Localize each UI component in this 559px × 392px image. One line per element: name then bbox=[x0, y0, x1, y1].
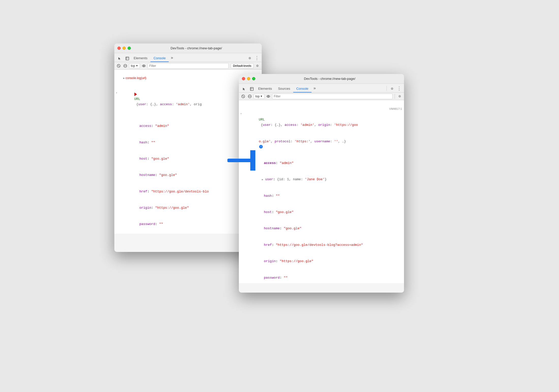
title-bar-right: DevTools - chrome://new-tab-page/ bbox=[239, 74, 404, 84]
context-dropdown-arrow-right: ▼ bbox=[260, 95, 263, 98]
prop-password-right: password: "" bbox=[239, 270, 404, 283]
minimize-button-left[interactable] bbox=[122, 47, 126, 50]
cursor-icon-left[interactable] bbox=[116, 55, 123, 62]
window-title-right: DevTools - chrome://new-tab-page/ bbox=[258, 77, 401, 81]
object-header-right-cont: o.gle', protocol: 'https:', username: ''… bbox=[239, 133, 404, 155]
context-selector-right[interactable]: top ▼ bbox=[254, 94, 265, 99]
eye-icon-right[interactable] bbox=[266, 94, 271, 99]
svg-point-16 bbox=[268, 96, 269, 97]
connector-arrow bbox=[227, 150, 255, 172]
context-dropdown-arrow-left: ▼ bbox=[136, 64, 138, 67]
inspect-icon-right[interactable] bbox=[249, 86, 255, 92]
prop-hash-right: hash: "" bbox=[239, 188, 404, 204]
inspect-icon-left[interactable] bbox=[124, 55, 131, 62]
block-icon-right[interactable] bbox=[247, 94, 253, 99]
info-icon-right[interactable]: i bbox=[259, 145, 263, 148]
console-settings-icon-right[interactable]: ⚙ bbox=[397, 94, 402, 99]
settings-icon-left[interactable]: ⚙ bbox=[247, 55, 253, 61]
prop-host-right: host: "goo.gle" bbox=[239, 204, 404, 220]
close-button-right[interactable] bbox=[242, 77, 245, 80]
vm-badge: VM4817:1 bbox=[389, 107, 402, 111]
prop-access-right: access: "admin" bbox=[239, 155, 404, 171]
maximize-button-left[interactable] bbox=[128, 47, 131, 50]
tab-elements-right[interactable]: Elements bbox=[255, 85, 275, 93]
tab-bar-right: Elements Sources Console » ⚙ ⋮ bbox=[239, 84, 404, 93]
context-selector-label-left: top bbox=[131, 64, 135, 68]
context-selector-left[interactable]: top ▼ bbox=[129, 63, 140, 68]
tab-console-right[interactable]: Console bbox=[293, 85, 312, 93]
tab-more-right[interactable]: » bbox=[312, 85, 318, 92]
svg-rect-9 bbox=[250, 87, 253, 91]
close-button-left[interactable] bbox=[117, 47, 121, 50]
filter-input-right[interactable] bbox=[272, 94, 393, 99]
tab-separator-right bbox=[386, 86, 387, 91]
maximize-button-right[interactable] bbox=[252, 77, 255, 80]
prop-origin-right: origin: "https://goo.gle" bbox=[239, 253, 404, 269]
object-header-right[interactable]: VM4817:1 ▾ URL {user: {…}, access: 'admi… bbox=[239, 101, 404, 133]
clear-console-icon-right[interactable] bbox=[240, 94, 246, 99]
tab-gear-area-left: ⚙ ⋮ bbox=[247, 55, 260, 62]
red-arrow-1-left bbox=[114, 86, 138, 104]
settings-icon-right[interactable]: ⚙ bbox=[389, 86, 395, 91]
tab-sources-right[interactable]: Sources bbox=[275, 85, 293, 93]
traffic-lights-left bbox=[117, 47, 131, 50]
devtools-window-right: DevTools - chrome://new-tab-page/ Elemen… bbox=[239, 74, 404, 293]
window-title-left: DevTools - chrome://new-tab-page/ bbox=[134, 46, 259, 50]
filter-separator-right bbox=[395, 94, 395, 99]
tab-gear-area-right: ⚙ ⋮ bbox=[385, 86, 402, 92]
filter-input-left[interactable] bbox=[148, 63, 229, 69]
cursor-icon-right[interactable] bbox=[241, 86, 247, 92]
svg-rect-0 bbox=[126, 57, 129, 60]
eye-icon-left[interactable] bbox=[141, 63, 147, 69]
minimize-button-right[interactable] bbox=[247, 77, 250, 80]
svg-line-13 bbox=[242, 96, 244, 97]
default-levels-left[interactable]: Default levels bbox=[231, 63, 254, 68]
more-options-icon-right[interactable]: ⋮ bbox=[396, 86, 402, 91]
tab-more-left[interactable]: » bbox=[169, 54, 175, 62]
tab-console-left[interactable]: Console bbox=[150, 55, 169, 62]
title-bar-left: DevTools - chrome://new-tab-page/ bbox=[114, 43, 262, 53]
svg-line-4 bbox=[118, 65, 119, 67]
context-selector-label-right: top bbox=[255, 95, 260, 98]
clear-console-icon-left[interactable] bbox=[116, 63, 121, 69]
prop-user-right[interactable]: ▶ user: {id: 1, name: 'Jane Doe'} bbox=[239, 171, 404, 188]
traffic-lights-right bbox=[242, 77, 255, 80]
prop-href-right: href: "https://goo.gle/devtools-blog?acc… bbox=[239, 237, 404, 253]
console-toolbar-left: top ▼ Default levels ⚙ bbox=[114, 62, 262, 70]
tab-bar-left: Elements Console » ⚙ ⋮ bbox=[114, 53, 262, 62]
tab-elements-left[interactable]: Elements bbox=[131, 55, 150, 62]
console-settings-icon-left[interactable]: ⚙ bbox=[255, 63, 260, 69]
console-content-right: VM4817:1 ▾ URL {user: {…}, access: 'admi… bbox=[239, 100, 404, 283]
block-icon-left[interactable] bbox=[122, 63, 128, 69]
console-toolbar-right: top ▼ ⚙ bbox=[239, 93, 404, 100]
svg-point-7 bbox=[143, 65, 144, 66]
prop-hostname-right: hostname: "goo.gle" bbox=[239, 221, 404, 237]
more-options-icon-left[interactable]: ⋮ bbox=[254, 55, 260, 61]
